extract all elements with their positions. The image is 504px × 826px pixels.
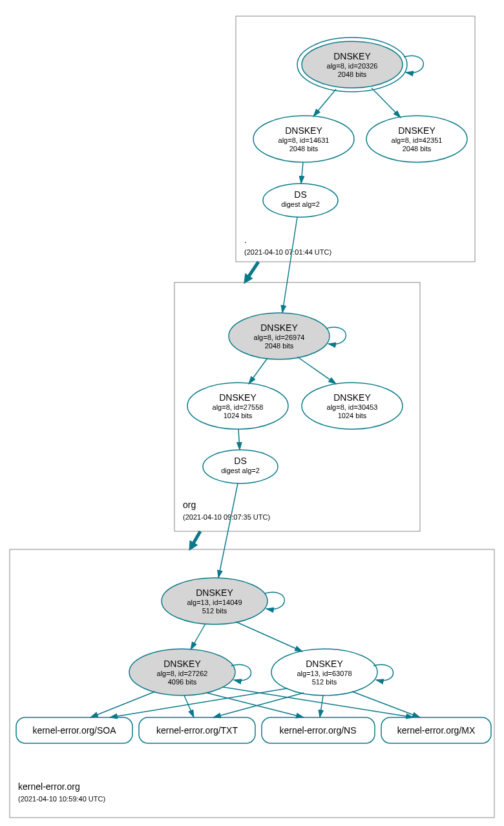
svg-text:DNSKEY: DNSKEY: [196, 588, 233, 598]
zone-root-timestamp: (2021-04-10 07:01:44 UTC): [244, 248, 331, 256]
svg-text:alg=13, id=14049: alg=13, id=14049: [187, 598, 242, 606]
edge-k2-mx: [352, 692, 420, 717]
svg-text:DNSKEY: DNSKEY: [285, 125, 322, 136]
edge-org-ksk-zsk2: [297, 357, 336, 384]
edge-k1-soa: [90, 692, 155, 717]
edge-dom-ksk-key2: [236, 622, 302, 651]
svg-text:512 bits: 512 bits: [202, 607, 227, 615]
edge-root-ds-org-ksk: [282, 217, 297, 313]
svg-text:1024 bits: 1024 bits: [224, 412, 253, 419]
dnssec-diagram: . (2021-04-10 07:01:44 UTC) DNSKEY alg=8…: [0, 0, 504, 826]
svg-text:digest alg=2: digest alg=2: [281, 200, 320, 208]
svg-text:DNSKEY: DNSKEY: [398, 125, 436, 136]
svg-text:alg=8, id=42351: alg=8, id=42351: [392, 136, 443, 144]
edge-org-zsk1-ds: [238, 429, 240, 450]
svg-text:alg=8, id=27558: alg=8, id=27558: [213, 403, 264, 411]
svg-text:(2021-04-10 09:07:35 UTC): (2021-04-10 09:07:35 UTC): [183, 513, 270, 521]
svg-text:4096 bits: 4096 bits: [168, 678, 197, 686]
svg-text:alg=8, id=26974: alg=8, id=26974: [254, 334, 305, 341]
edge-root-zsk1-ds: [301, 162, 303, 184]
zone-root-label: .: [244, 235, 247, 245]
edge-org-ds-dom-ksk: [218, 483, 238, 578]
svg-text:digest alg=2: digest alg=2: [221, 467, 260, 474]
svg-text:2048 bits: 2048 bits: [265, 342, 294, 350]
svg-text:DS: DS: [294, 189, 306, 200]
svg-text:DNSKEY: DNSKEY: [260, 323, 298, 333]
svg-text:DNSKEY: DNSKEY: [163, 659, 201, 669]
edge-dom-ksk-key1: [191, 624, 205, 650]
svg-text:kernel-error.org/NS: kernel-error.org/NS: [279, 725, 356, 736]
svg-text:kernel-error.org/TXT: kernel-error.org/TXT: [156, 725, 238, 736]
svg-text:kernel-error.org/MX: kernel-error.org/MX: [397, 725, 476, 736]
svg-text:2048 bits: 2048 bits: [403, 145, 432, 153]
svg-text:DS: DS: [234, 456, 246, 466]
svg-text:DNSKEY: DNSKEY: [219, 392, 257, 403]
svg-text:alg=8, id=27262: alg=8, id=27262: [157, 670, 208, 677]
svg-text:DNSKEY: DNSKEY: [306, 659, 343, 669]
edge-root-ksk-zsk1: [313, 89, 336, 116]
svg-text:1024 bits: 1024 bits: [338, 412, 367, 419]
svg-text:alg=8, id=30453: alg=8, id=30453: [327, 403, 378, 411]
edge-zone-org-domain: [191, 531, 200, 548]
svg-text:alg=13, id=63078: alg=13, id=63078: [297, 670, 352, 677]
edge-org-ksk-zsk1: [249, 358, 268, 384]
edge-k2-ns: [320, 695, 323, 717]
root-ksk-sub1: alg=8, id=20326: [327, 62, 378, 70]
edge-k1-txt: [184, 695, 194, 717]
svg-text:org: org: [183, 500, 196, 510]
svg-text:(2021-04-10 10:59:40 UTC): (2021-04-10 10:59:40 UTC): [18, 795, 105, 803]
root-ksk-sub2: 2048 bits: [338, 70, 367, 78]
svg-text:alg=8, id=14631: alg=8, id=14631: [278, 136, 330, 144]
svg-text:kernel-error.org: kernel-error.org: [18, 781, 80, 792]
svg-text:2048 bits: 2048 bits: [289, 145, 319, 153]
svg-text:kernel-error.org/SOA: kernel-error.org/SOA: [32, 725, 116, 736]
svg-text:512 bits: 512 bits: [312, 678, 337, 686]
svg-text:DNSKEY: DNSKEY: [333, 392, 371, 403]
root-ksk-title: DNSKEY: [333, 51, 371, 61]
edge-root-ksk-zsk2: [372, 88, 401, 118]
edge-zone-root-org: [246, 262, 258, 281]
